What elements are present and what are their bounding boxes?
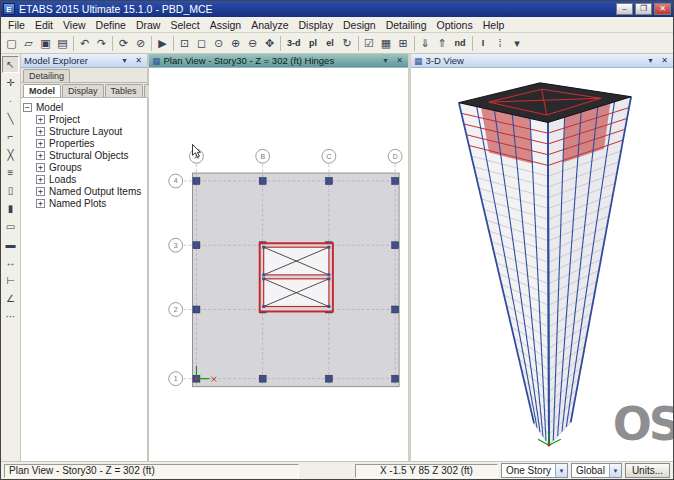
units-button[interactable]: Units... bbox=[625, 463, 670, 478]
select-pointer-icon[interactable]: ↖ bbox=[2, 56, 19, 73]
minimize-button[interactable]: – bbox=[616, 3, 633, 15]
model-explorer-header[interactable]: Model Explorer ▾ ✕ bbox=[21, 54, 147, 68]
expand-icon[interactable]: + bbox=[36, 151, 45, 160]
menu-select[interactable]: Select bbox=[165, 18, 204, 32]
panel-menu-icon[interactable]: ▾ bbox=[119, 56, 130, 65]
tree-item-structural-objects[interactable]: + Structural Objects bbox=[23, 149, 147, 161]
undo-icon[interactable]: ↶ bbox=[76, 35, 93, 52]
save-icon[interactable]: ▣ bbox=[37, 35, 54, 52]
plan-drawing[interactable]: A B C D 4 3 2 1 bbox=[149, 68, 408, 461]
open-file-icon[interactable]: ▱ bbox=[20, 35, 37, 52]
tree-item-groups[interactable]: + Groups bbox=[23, 161, 147, 173]
menu-help[interactable]: Help bbox=[478, 18, 510, 32]
draw-link-icon[interactable]: ↔ bbox=[2, 254, 19, 271]
menu-display[interactable]: Display bbox=[294, 18, 338, 32]
tab-detailing[interactable]: Detailing bbox=[23, 69, 70, 82]
zoom-out-icon[interactable]: ⊖ bbox=[244, 35, 261, 52]
quick-draw-braces-icon[interactable]: ╳ bbox=[2, 146, 19, 163]
i-beam-section-icon[interactable]: I bbox=[475, 35, 492, 52]
move-up-story-icon[interactable]: ⇑ bbox=[434, 35, 451, 52]
draw-joint-icon[interactable]: ∙ bbox=[2, 92, 19, 109]
zoom-previous-icon[interactable]: ⊙ bbox=[210, 35, 227, 52]
close-button[interactable]: ✕ bbox=[654, 3, 671, 15]
redo-icon[interactable]: ↷ bbox=[93, 35, 110, 52]
measure-icon[interactable]: ∠ bbox=[2, 290, 19, 307]
expand-icon[interactable]: + bbox=[36, 187, 45, 196]
quick-draw-wall-icon[interactable]: ▮ bbox=[2, 200, 19, 217]
coordinate-system-selector[interactable]: Global ▼ bbox=[571, 463, 622, 478]
reshape-object-icon[interactable]: ✛ bbox=[2, 74, 19, 91]
plan-view-header[interactable]: ▦ Plan View - Story30 - Z = 302 (ft) Hin… bbox=[149, 54, 408, 68]
expand-icon[interactable]: + bbox=[36, 139, 45, 148]
zoom-in-icon[interactable]: ⊕ bbox=[227, 35, 244, 52]
more-draw-tools-icon[interactable]: ⋯ bbox=[2, 308, 19, 325]
assign-frame-icon[interactable]: ⊞ bbox=[395, 35, 412, 52]
menu-file[interactable]: File bbox=[3, 18, 30, 32]
run-analysis-icon[interactable]: ▶ bbox=[154, 35, 171, 52]
panel-menu-icon[interactable]: ▾ bbox=[645, 56, 656, 65]
draw-wall-icon[interactable]: ▯ bbox=[2, 182, 19, 199]
menu-draw[interactable]: Draw bbox=[131, 18, 166, 32]
chevron-down-icon[interactable]: ▼ bbox=[609, 464, 621, 477]
menu-assign[interactable]: Assign bbox=[205, 18, 247, 32]
view3d-canvas[interactable]: OS bbox=[411, 68, 673, 461]
tree-item-project[interactable]: + Project bbox=[23, 113, 147, 125]
menu-options[interactable]: Options bbox=[432, 18, 478, 32]
elevation-view-button[interactable]: el bbox=[322, 35, 339, 52]
core-walls[interactable] bbox=[260, 243, 333, 311]
more-dots-icon[interactable]: ⁞ bbox=[492, 35, 509, 52]
expand-icon[interactable]: + bbox=[36, 199, 45, 208]
rotate-view-icon[interactable]: ↻ bbox=[339, 35, 356, 52]
tree-item-structure-layout[interactable]: + Structure Layout bbox=[23, 125, 147, 137]
new-model-icon[interactable]: ▢ bbox=[3, 35, 20, 52]
plan-view-canvas[interactable]: A B C D 4 3 2 1 bbox=[149, 68, 408, 461]
toolbar-dropdown-icon[interactable]: ▾ bbox=[509, 35, 526, 52]
chevron-down-icon[interactable]: ▼ bbox=[555, 464, 567, 477]
menu-detailing[interactable]: Detailing bbox=[381, 18, 432, 32]
tab-model[interactable]: Model bbox=[23, 84, 61, 97]
tree-item-loads[interactable]: + Loads bbox=[23, 173, 147, 185]
tab-tables[interactable]: Tables bbox=[105, 84, 143, 97]
view-3d-button[interactable]: 3-d bbox=[283, 35, 305, 52]
grid-visibility-icon[interactable]: ▦ bbox=[378, 35, 395, 52]
plan-view-button[interactable]: pl bbox=[305, 35, 322, 52]
panel-close-icon[interactable]: ✕ bbox=[659, 56, 670, 65]
move-down-story-icon[interactable]: ⇓ bbox=[417, 35, 434, 52]
refresh-window-icon[interactable]: ⟳ bbox=[115, 35, 132, 52]
quick-draw-frame-icon[interactable]: ⌐ bbox=[2, 128, 19, 145]
panel-close-icon[interactable]: ✕ bbox=[394, 56, 405, 65]
tab-display[interactable]: Display bbox=[62, 84, 104, 97]
story-selector[interactable]: One Story ▼ bbox=[501, 463, 568, 478]
menu-design[interactable]: Design bbox=[338, 18, 381, 32]
view3d-header[interactable]: ▦ 3-D View ▾ ✕ bbox=[411, 54, 673, 68]
collapse-icon[interactable]: − bbox=[23, 103, 32, 112]
print-icon[interactable]: ▤ bbox=[54, 35, 71, 52]
menu-view[interactable]: View bbox=[58, 18, 91, 32]
tree-item-named-output-items[interactable]: + Named Output Items bbox=[23, 185, 147, 197]
draw-frame-icon[interactable]: ╲ bbox=[2, 110, 19, 127]
quick-draw-floor-icon[interactable]: ▬ bbox=[2, 236, 19, 253]
tree-item-named-plots[interactable]: + Named Plots bbox=[23, 197, 147, 209]
zoom-full-icon[interactable]: ◻ bbox=[193, 35, 210, 52]
maximize-button[interactable]: ❐ bbox=[635, 3, 652, 15]
quick-draw-secondary-beams-icon[interactable]: ≡ bbox=[2, 164, 19, 181]
nd-display-button[interactable]: nd bbox=[451, 35, 470, 52]
titlebar[interactable]: E ETABS 2015 Ultimate 15.1.0 - PBD_MCE –… bbox=[1, 1, 673, 17]
expand-icon[interactable]: + bbox=[36, 127, 45, 136]
display-options-icon[interactable]: ☑ bbox=[361, 35, 378, 52]
expand-icon[interactable]: + bbox=[36, 115, 45, 124]
expand-icon[interactable]: + bbox=[36, 175, 45, 184]
draw-dimension-icon[interactable]: ⊢ bbox=[2, 272, 19, 289]
draw-floor-icon[interactable]: ▭ bbox=[2, 218, 19, 235]
pan-icon[interactable]: ✥ bbox=[261, 35, 278, 52]
lock-model-icon[interactable]: ⊘ bbox=[132, 35, 149, 52]
panel-close-icon[interactable]: ✕ bbox=[133, 56, 144, 65]
menu-define[interactable]: Define bbox=[91, 18, 131, 32]
menu-analyze[interactable]: Analyze bbox=[246, 18, 293, 32]
panel-menu-icon[interactable]: ▾ bbox=[380, 56, 391, 65]
tree-item-properties[interactable]: + Properties bbox=[23, 137, 147, 149]
tree-item-model[interactable]: − Model bbox=[23, 101, 147, 113]
menu-edit[interactable]: Edit bbox=[30, 18, 58, 32]
expand-icon[interactable]: + bbox=[36, 163, 45, 172]
zoom-window-icon[interactable]: ⊡ bbox=[176, 35, 193, 52]
